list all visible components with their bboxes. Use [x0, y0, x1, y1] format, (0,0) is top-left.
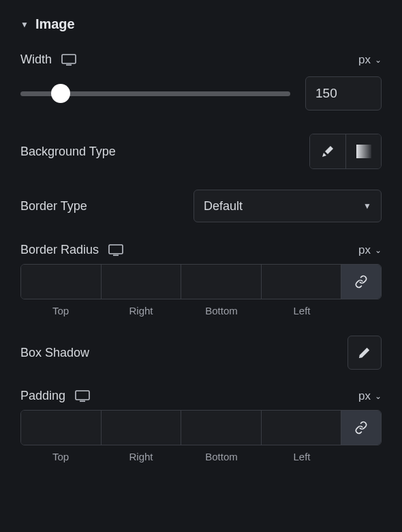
link-icon [354, 421, 368, 434]
border-radius-group: Border Radius px ⌄ Top Right Bottom Left [20, 243, 382, 316]
width-row: Width px ⌄ [20, 53, 382, 67]
svg-rect-0 [62, 55, 76, 63]
border-radius-label: Border Radius [20, 243, 99, 257]
border-radius-unit-select[interactable]: px ⌄ [358, 243, 382, 257]
padding-unit-select[interactable]: px ⌄ [358, 389, 382, 403]
desktop-icon[interactable] [75, 390, 90, 402]
border-radius-unit: px [358, 243, 371, 257]
side-label-right: Right [101, 305, 181, 316]
caret-down-icon: ▼ [20, 20, 29, 29]
desktop-icon[interactable] [108, 244, 123, 256]
background-type-label: Background Type [20, 145, 116, 159]
box-shadow-label: Box Shadow [20, 346, 89, 360]
border-radius-inputs [20, 264, 382, 299]
width-unit-select[interactable]: px ⌄ [358, 53, 382, 67]
desktop-icon[interactable] [61, 54, 76, 66]
padding-left-input[interactable] [262, 411, 342, 445]
pencil-icon [358, 346, 371, 359]
padding-bottom-input[interactable] [181, 411, 262, 445]
border-radius-right-input[interactable] [102, 265, 182, 299]
chevron-down-icon: ⌄ [375, 246, 382, 255]
width-input[interactable]: 150 [305, 76, 382, 110]
svg-rect-2 [109, 245, 123, 254]
brush-icon [321, 145, 335, 158]
width-slider[interactable] [20, 83, 290, 104]
padding-inputs [20, 410, 382, 445]
svg-rect-3 [113, 254, 119, 256]
border-type-row: Border Type Default ▼ [20, 190, 382, 222]
chevron-down-icon: ⌄ [375, 55, 382, 65]
slider-thumb[interactable] [51, 84, 70, 103]
section-title: Image [35, 16, 75, 32]
spacer [342, 451, 382, 462]
side-label-right: Right [101, 451, 181, 462]
background-classic-button[interactable] [310, 134, 345, 168]
svg-rect-5 [80, 400, 85, 402]
width-value: 150 [315, 86, 337, 101]
border-type-select[interactable]: Default ▼ [194, 190, 382, 222]
width-label: Width [20, 53, 52, 67]
gradient-icon [356, 145, 371, 158]
background-gradient-button[interactable] [345, 134, 381, 168]
background-type-options [309, 134, 382, 169]
link-icon [354, 275, 368, 289]
border-radius-link-button[interactable] [341, 265, 381, 299]
border-type-label: Border Type [20, 199, 87, 213]
width-unit: px [358, 53, 371, 67]
padding-side-labels: Top Right Bottom Left [20, 451, 382, 462]
side-label-bottom: Bottom [181, 305, 262, 316]
chevron-down-icon: ⌄ [375, 391, 382, 401]
border-type-value: Default [204, 199, 243, 213]
border-radius-side-labels: Top Right Bottom Left [20, 305, 382, 316]
side-label-top: Top [20, 451, 101, 462]
side-label-left: Left [262, 305, 342, 316]
svg-rect-4 [76, 391, 89, 400]
side-label-bottom: Bottom [181, 451, 262, 462]
caret-down-icon: ▼ [363, 201, 371, 211]
border-radius-left-input[interactable] [262, 265, 342, 299]
border-radius-top-input[interactable] [21, 265, 102, 299]
side-label-left: Left [262, 451, 342, 462]
box-shadow-edit-button[interactable] [347, 336, 382, 370]
side-label-top: Top [20, 305, 101, 316]
padding-unit: px [358, 389, 371, 403]
background-type-row: Background Type [20, 134, 382, 169]
padding-label: Padding [20, 389, 65, 403]
box-shadow-row: Box Shadow [20, 336, 382, 370]
padding-top-input[interactable] [21, 411, 102, 445]
padding-link-button[interactable] [341, 411, 381, 445]
padding-group: Padding px ⌄ Top Right Bottom Left [20, 389, 382, 462]
spacer [342, 305, 382, 316]
padding-right-input[interactable] [102, 411, 182, 445]
section-header-image[interactable]: ▼ Image [20, 16, 382, 32]
svg-rect-1 [66, 64, 72, 65]
border-radius-bottom-input[interactable] [181, 265, 262, 299]
width-slider-row: 150 [20, 76, 382, 110]
